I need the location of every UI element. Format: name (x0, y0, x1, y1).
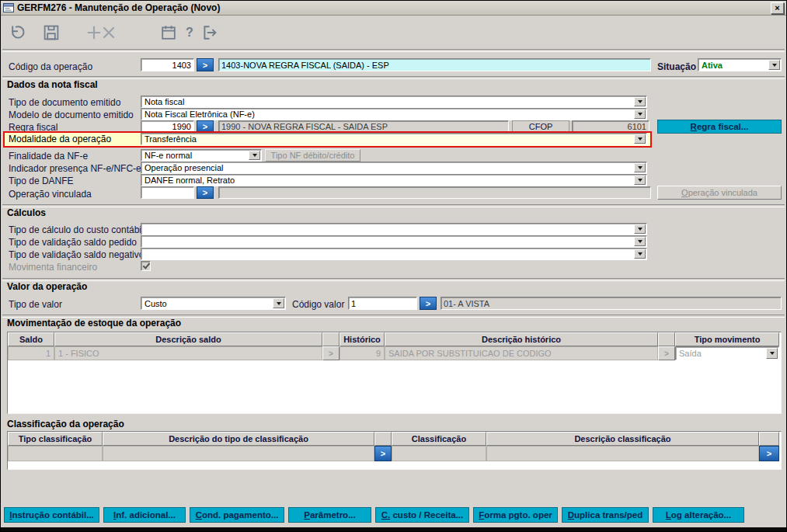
modelo-documento-select[interactable]: Nota Fiscal Eletrônica (NF-e) (141, 108, 647, 120)
situacao-select[interactable]: Ativa (698, 58, 782, 71)
dropdown-arrow-icon[interactable] (768, 60, 780, 70)
codigo-valor-descricao-field: 01- A VISTA (441, 297, 782, 310)
codigo-valor-lookup-button[interactable]: > (420, 297, 437, 310)
help-icon: ? (180, 23, 199, 42)
operacao-vinculada-input[interactable] (141, 186, 194, 199)
close-button[interactable]: × (771, 2, 784, 14)
dropdown-arrow-icon[interactable] (634, 237, 646, 246)
codigo-valor-label: Código valor (292, 299, 344, 310)
modalidade-select[interactable]: Transferência (141, 133, 647, 145)
codigo-operacao-descricao-field: 1403-NOVA REGRA FISCAL (SAIDA) - ESP (218, 58, 651, 71)
tipo-documento-select[interactable]: Nota fiscal (141, 96, 647, 108)
section-title-classificacao: Classificação da operação (7, 419, 124, 429)
dropdown-arrow-icon[interactable] (273, 298, 284, 308)
descricao-historico-cell: SAIDA POR SUBSTITUICAO DE CODIGO (385, 346, 658, 360)
movimenta-financeiro-label: Movimenta financeiro (9, 262, 97, 273)
tipo-classificacao-field (8, 446, 103, 461)
tipo-documento-label: Tipo de documento emitido (9, 97, 120, 108)
indicador-presenca-label: Indicador presença NF-e/NFC-e (9, 163, 141, 174)
codigo-valor-input[interactable] (348, 297, 417, 310)
operacao-vinculada-lookup-button[interactable]: > (197, 186, 214, 199)
grid-header-spacer (322, 332, 340, 346)
saldo-negativo-select[interactable] (141, 248, 647, 260)
separator (2, 49, 785, 52)
saldo-pedido-label: Tipo de validação saldo pedido (9, 237, 137, 248)
codigo-operacao-input[interactable] (141, 58, 194, 71)
custo-contabil-label: Tipo de cálculo do custo contábil (9, 224, 144, 235)
separator (2, 76, 785, 79)
dropdown-arrow-icon[interactable] (249, 151, 260, 160)
codigo-operacao-lookup-button[interactable]: > (197, 58, 214, 71)
c-custo-receita-button[interactable]: C. custo / Receita... (375, 507, 469, 523)
grid-header-spacer (374, 432, 392, 446)
col-historico-header: Histórico (340, 332, 385, 346)
section-title-valor: Valor da operação (7, 281, 87, 292)
calendar-icon (159, 23, 178, 42)
historico-lookup-button[interactable]: > (658, 346, 675, 360)
parametro-button[interactable]: Parâmetro... (288, 507, 371, 523)
regra-fiscal-button[interactable]: Regra fiscal... (657, 120, 782, 134)
descricao-tipo-classificacao-field (103, 446, 374, 461)
descricao-saldo-cell: 1 - FISICO (54, 346, 322, 360)
tipo-movimento-select[interactable]: Saída (675, 346, 779, 360)
indicador-presenca-select[interactable]: Operação presencial (141, 162, 647, 174)
col-descricao-saldo-header: Descrição saldo (54, 332, 322, 346)
forma-pgto-oper-button[interactable]: Forma pgto. oper (473, 507, 558, 523)
dropdown-arrow-icon[interactable] (634, 176, 646, 185)
historico-cell: 9 (340, 346, 385, 360)
log-alteracao-button[interactable]: Log alteração... (653, 507, 744, 523)
classificacao-grid: Tipo classificação Descrição do tipo de … (7, 431, 782, 470)
operacao-vinculada-descricao-field (218, 186, 651, 199)
classificacao-lookup-button[interactable]: > (374, 446, 392, 461)
descricao-classificacao-lookup-button[interactable]: > (759, 446, 779, 461)
movimenta-financeiro-checkbox[interactable] (141, 261, 151, 271)
dropdown-arrow-icon[interactable] (634, 134, 646, 144)
col-saldo-header: Saldo (8, 332, 54, 346)
app-window: GERFM276 - Manutenção de Operação (Novo)… (0, 0, 787, 532)
dropdown-arrow-icon[interactable] (634, 110, 646, 119)
undo-icon (7, 23, 26, 42)
separator (2, 204, 785, 207)
saldo-lookup-button[interactable]: > (322, 346, 340, 360)
tipo-valor-label: Tipo de valor (9, 299, 62, 310)
operacao-vinculada-button[interactable]: Operação vinculada (657, 186, 782, 200)
estoque-grid: Saldo Descrição saldo Histórico Descriçã… (7, 332, 782, 414)
descricao-classificacao-field (486, 446, 759, 461)
dropdown-arrow-icon[interactable] (634, 97, 646, 106)
exit-button[interactable] (199, 22, 221, 43)
app-icon (3, 2, 14, 13)
dropdown-arrow-icon[interactable] (634, 249, 646, 259)
inf-adicional-button[interactable]: Inf. adicional... (103, 507, 186, 523)
cond-pagamento-button[interactable]: Cond. pagamento... (190, 507, 284, 523)
modelo-documento-label: Modelo de documento emitido (9, 110, 134, 120)
help-button[interactable]: ? (179, 22, 200, 43)
instrucao-contabil-button[interactable]: Instrução contábil... (4, 507, 99, 523)
tipo-nf-debito-credito-button[interactable]: Tipo NF débito/crédito (265, 149, 360, 162)
calendar-button[interactable] (158, 22, 179, 43)
custo-contabil-select[interactable] (141, 223, 647, 235)
col-descricao-tipo-header: Descrição do tipo de classificação (103, 432, 374, 446)
saldo-negativo-label: Tipo de validação saldo negativo (9, 249, 144, 260)
dropdown-arrow-icon[interactable] (766, 348, 778, 359)
grid-header-spacer (759, 432, 779, 446)
close-icon: × (775, 4, 779, 12)
dropdown-arrow-icon[interactable] (634, 163, 646, 172)
x-icon (99, 23, 118, 42)
finalidade-select[interactable]: NF-e normal (141, 149, 262, 162)
separator (2, 278, 785, 281)
save-button[interactable] (40, 22, 62, 43)
saldo-cell: 1 (8, 346, 54, 360)
save-icon (42, 23, 61, 42)
duplica-trans-ped-button[interactable]: Duplica trans/ped (562, 507, 649, 523)
undo-button[interactable] (5, 22, 27, 43)
operacao-vinculada-label: Operação vinculada (9, 189, 92, 200)
tipo-danfe-label: Tipo de DANFE (9, 176, 74, 186)
tipo-valor-select[interactable]: Custo (141, 297, 286, 310)
tipo-danfe-select[interactable]: DANFE normal, Retrato (141, 174, 647, 186)
saldo-pedido-select[interactable] (141, 235, 647, 248)
col-tipo-classificacao-header: Tipo classificação (8, 432, 103, 446)
finalidade-label: Finalidade da NF-e (9, 151, 88, 162)
section-title-calculos: Cálculos (7, 207, 46, 218)
dropdown-arrow-icon[interactable] (634, 224, 646, 234)
delete-button[interactable] (98, 22, 120, 43)
